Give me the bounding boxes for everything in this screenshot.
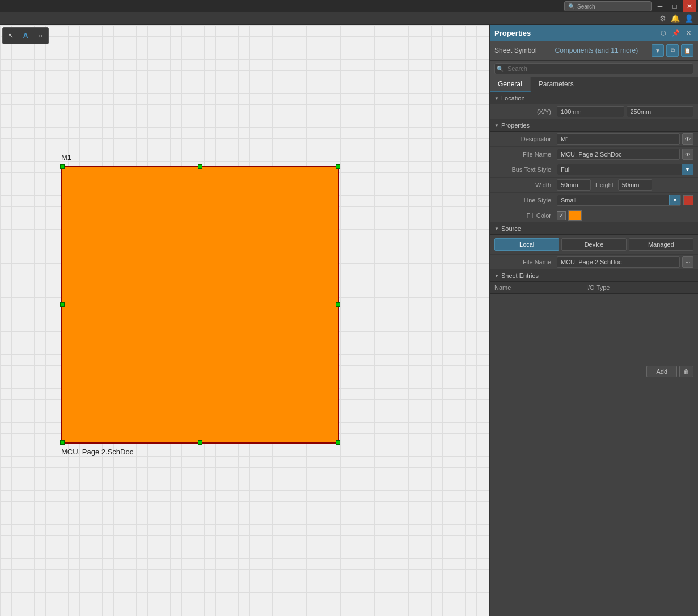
- entries-add-button[interactable]: Add: [646, 366, 677, 377]
- handle-mid-left[interactable]: [60, 302, 65, 307]
- close-button[interactable]: ✕: [683, 0, 696, 12]
- filename-eye-button[interactable]: 👁: [682, 149, 693, 160]
- properties-section: ▼ Properties Designator M1 👁 File Name M…: [490, 120, 698, 223]
- xy-row: (X/Y) 100mm 250mm: [490, 104, 698, 120]
- components-label: Components (and 11 more): [555, 47, 638, 54]
- source-device-button[interactable]: Device: [561, 238, 626, 251]
- panel-search-input[interactable]: [494, 63, 693, 74]
- minimize-button[interactable]: ─: [654, 0, 666, 12]
- location-section: ▼ Location (X/Y) 100mm 250mm: [490, 92, 698, 120]
- sheet-designator-label: M1: [61, 153, 71, 162]
- handle-bot-right[interactable]: [336, 440, 340, 445]
- search-label: Search: [577, 3, 595, 10]
- source-filename-dots[interactable]: ···: [682, 256, 693, 268]
- copy-icon-button[interactable]: ⧉: [666, 44, 679, 57]
- paste-icon-button[interactable]: 📋: [681, 44, 693, 57]
- fill-color-row: Fill Color ✓: [490, 208, 698, 223]
- panel-header: Properties ⬡ 📌 ✕: [490, 25, 698, 41]
- line-style-row: Line Style Small ▼: [490, 193, 698, 208]
- handle-bot-mid[interactable]: [198, 440, 202, 445]
- xy-label: (X/Y): [494, 108, 557, 115]
- location-section-header[interactable]: ▼ Location: [490, 92, 698, 104]
- filename-value[interactable]: MCU. Page 2.SchDoc: [557, 149, 680, 160]
- designator-eye-button[interactable]: 👁: [682, 133, 693, 145]
- filter-icon-button[interactable]: ▼: [652, 44, 664, 57]
- properties-panel: Properties ⬡ 📌 ✕ Sheet Symbol Components…: [489, 25, 698, 616]
- sheet-entries-section-header[interactable]: ▼ Sheet Entries: [490, 270, 698, 282]
- tab-parameters[interactable]: Parameters: [531, 77, 582, 92]
- source-filename-label: File Name: [494, 259, 557, 265]
- canvas-area[interactable]: ↖ A ○ M1 MCU. Page 2.SchDoc: [0, 25, 489, 616]
- restore-button[interactable]: □: [669, 0, 681, 12]
- bell-icon[interactable]: 🔔: [671, 14, 680, 23]
- line-color-swatch[interactable]: [683, 195, 693, 205]
- width-input[interactable]: 50mm: [557, 179, 591, 191]
- properties-triangle-icon: ▼: [494, 123, 499, 128]
- top-bar: 🔍 Search ─ □ ✕: [0, 0, 698, 12]
- handle-mid-right[interactable]: [336, 302, 340, 307]
- filename-row: File Name MCU. Page 2.SchDoc 👁: [490, 147, 698, 162]
- panel-pin-button[interactable]: 📌: [671, 28, 681, 38]
- canvas-tool-cursor[interactable]: ↖: [4, 29, 18, 43]
- designator-row: Designator M1 👁: [490, 132, 698, 147]
- source-section-header[interactable]: ▼ Source: [490, 223, 698, 235]
- bus-text-style-value: Full: [561, 166, 571, 173]
- location-triangle-icon: ▼: [494, 96, 499, 101]
- xy-inputs: 100mm 250mm: [557, 106, 693, 117]
- handle-top-left[interactable]: [60, 164, 65, 169]
- user-icon[interactable]: 👤: [684, 14, 693, 23]
- properties-section-label: Properties: [501, 122, 530, 129]
- bus-text-style-row: Bus Text Style Full ▼: [490, 162, 698, 178]
- panel-close-button[interactable]: ✕: [683, 28, 693, 38]
- source-managed-button[interactable]: Managed: [629, 238, 693, 251]
- sheet-box[interactable]: [61, 166, 339, 444]
- fill-color-label: Fill Color: [494, 212, 557, 219]
- canvas-tool-circle[interactable]: ○: [33, 29, 47, 43]
- panel-title: Properties: [494, 29, 531, 37]
- sheet-filename-label: MCU. Page 2.SchDoc: [61, 448, 133, 456]
- source-section-label: Source: [501, 225, 521, 232]
- line-style-select[interactable]: Small ▼: [557, 195, 681, 206]
- source-filename-value[interactable]: MCU. Page 2.SchDoc: [557, 256, 680, 268]
- line-style-dropdown-arrow[interactable]: ▼: [669, 195, 680, 205]
- panel-search: [490, 61, 698, 77]
- panel-expand-button[interactable]: ⬡: [658, 28, 669, 38]
- source-section: ▼ Source Local Device Managed File Name …: [490, 223, 698, 270]
- wh-inputs: 50mm Height 50mm: [557, 179, 693, 191]
- properties-section-header[interactable]: ▼ Properties: [490, 120, 698, 132]
- settings-icon[interactable]: ⚙: [659, 14, 666, 23]
- height-label: Height: [593, 182, 616, 188]
- entries-table: Name I/O Type: [490, 282, 698, 294]
- x-input[interactable]: 100mm: [557, 106, 624, 117]
- location-section-label: Location: [501, 95, 525, 102]
- sheet-symbol-row-label: Sheet Symbol: [494, 47, 537, 54]
- entries-delete-button[interactable]: 🗑: [679, 366, 693, 377]
- toolbar2: ⚙ 🔔 👤: [0, 12, 698, 25]
- canvas-tool-text[interactable]: A: [19, 29, 32, 43]
- designator-label: Designator: [494, 136, 557, 142]
- sheet-entries-section: ▼ Sheet Entries Name I/O Type Add 🗑: [490, 270, 698, 381]
- source-local-button[interactable]: Local: [494, 238, 559, 251]
- bus-text-style-dropdown-arrow[interactable]: ▼: [682, 164, 693, 175]
- sheet-entries-section-label: Sheet Entries: [501, 272, 539, 279]
- panel-tabs: General Parameters: [490, 77, 698, 92]
- bus-text-style-select[interactable]: Full ▼: [557, 164, 693, 175]
- bus-text-style-label: Bus Text Style: [494, 166, 557, 173]
- tab-general[interactable]: General: [490, 77, 531, 92]
- designator-value[interactable]: M1: [557, 133, 680, 145]
- width-label: Width: [494, 182, 557, 188]
- y-input[interactable]: 250mm: [627, 106, 694, 117]
- height-input[interactable]: 50mm: [618, 179, 652, 191]
- fill-color-checkbox[interactable]: ✓: [557, 211, 566, 220]
- sheet-symbol-row: Sheet Symbol Components (and 11 more) ▼ …: [490, 41, 698, 61]
- fill-color-swatch[interactable]: [568, 210, 582, 221]
- row-icons: ▼ ⧉ 📋: [652, 44, 693, 57]
- entries-empty-area: [490, 294, 698, 362]
- filename-label: File Name: [494, 151, 557, 158]
- entries-footer: Add 🗑: [490, 362, 698, 381]
- search-box[interactable]: 🔍 Search: [564, 1, 652, 11]
- handle-top-mid[interactable]: [198, 164, 202, 169]
- width-height-row: Width 50mm Height 50mm: [490, 178, 698, 193]
- handle-bot-left[interactable]: [60, 440, 65, 445]
- handle-top-right[interactable]: [336, 164, 340, 169]
